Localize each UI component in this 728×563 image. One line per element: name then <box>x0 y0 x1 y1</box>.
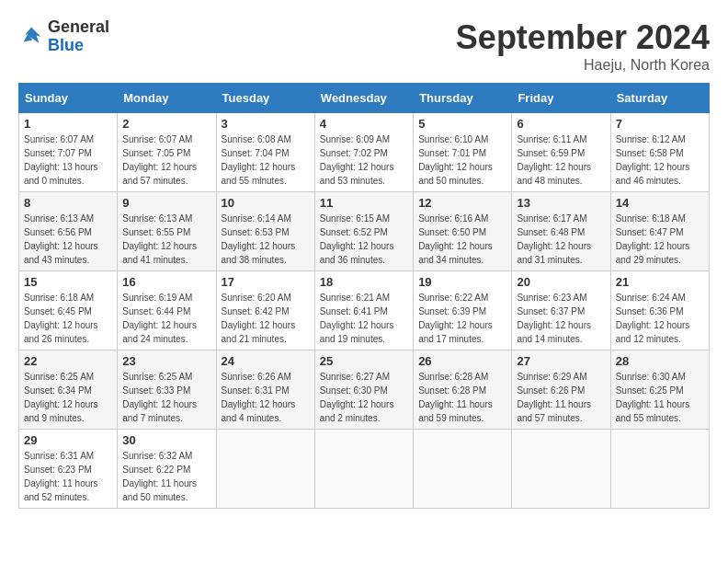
calendar-cell <box>610 430 709 509</box>
calendar-subtitle: Haeju, North Korea <box>456 57 710 74</box>
day-info: Sunrise: 6:16 AMSunset: 6:50 PMDaylight:… <box>418 212 506 267</box>
calendar-cell <box>414 430 512 509</box>
day-info: Sunrise: 6:17 AMSunset: 6:48 PMDaylight:… <box>517 212 605 267</box>
header-sunday: Sunday <box>19 84 118 113</box>
day-number: 15 <box>24 275 112 289</box>
day-number: 14 <box>616 196 704 210</box>
day-info: Sunrise: 6:32 AMSunset: 6:22 PMDaylight:… <box>122 449 210 504</box>
calendar-cell: 10Sunrise: 6:14 AMSunset: 6:53 PMDayligh… <box>216 192 314 271</box>
calendar-cell: 19Sunrise: 6:22 AMSunset: 6:39 PMDayligh… <box>414 271 512 350</box>
calendar-week-row: 1Sunrise: 6:07 AMSunset: 7:07 PMDaylight… <box>19 113 710 192</box>
calendar-header-row: Sunday Monday Tuesday Wednesday Thursday… <box>19 84 710 113</box>
calendar-cell <box>512 430 610 509</box>
day-number: 13 <box>517 196 605 210</box>
day-number: 26 <box>418 354 506 368</box>
day-number: 30 <box>122 433 210 447</box>
calendar-cell: 8Sunrise: 6:13 AMSunset: 6:56 PMDaylight… <box>19 192 118 271</box>
calendar-week-row: 15Sunrise: 6:18 AMSunset: 6:45 PMDayligh… <box>19 271 710 350</box>
day-number: 8 <box>24 196 112 210</box>
calendar-cell: 14Sunrise: 6:18 AMSunset: 6:47 PMDayligh… <box>610 192 709 271</box>
calendar-cell: 22Sunrise: 6:25 AMSunset: 6:34 PMDayligh… <box>19 350 118 430</box>
calendar-cell: 20Sunrise: 6:23 AMSunset: 6:37 PMDayligh… <box>512 271 610 350</box>
day-info: Sunrise: 6:09 AMSunset: 7:02 PMDaylight:… <box>320 132 408 188</box>
calendar-cell: 29Sunrise: 6:31 AMSunset: 6:23 PMDayligh… <box>19 430 118 509</box>
calendar-cell: 6Sunrise: 6:11 AMSunset: 6:59 PMDaylight… <box>512 113 610 192</box>
day-number: 29 <box>24 433 112 447</box>
calendar-title: September 2024 <box>456 18 710 57</box>
day-info: Sunrise: 6:26 AMSunset: 6:31 PMDaylight:… <box>222 370 310 425</box>
day-info: Sunrise: 6:08 AMSunset: 7:04 PMDaylight:… <box>222 132 310 188</box>
day-info: Sunrise: 6:14 AMSunset: 6:53 PMDaylight:… <box>222 212 310 267</box>
day-number: 10 <box>222 196 310 210</box>
day-number: 9 <box>122 196 210 210</box>
calendar-cell: 28Sunrise: 6:30 AMSunset: 6:25 PMDayligh… <box>610 350 709 430</box>
calendar-cell: 30Sunrise: 6:32 AMSunset: 6:22 PMDayligh… <box>118 430 216 509</box>
day-info: Sunrise: 6:31 AMSunset: 6:23 PMDaylight:… <box>24 449 112 504</box>
day-info: Sunrise: 6:07 AMSunset: 7:07 PMDaylight:… <box>24 132 112 188</box>
calendar-cell: 24Sunrise: 6:26 AMSunset: 6:31 PMDayligh… <box>216 350 314 430</box>
day-info: Sunrise: 6:24 AMSunset: 6:36 PMDaylight:… <box>616 291 704 346</box>
header-tuesday: Tuesday <box>216 84 314 113</box>
day-info: Sunrise: 6:23 AMSunset: 6:37 PMDaylight:… <box>517 291 605 346</box>
day-info: Sunrise: 6:27 AMSunset: 6:30 PMDaylight:… <box>320 370 408 425</box>
title-section: September 2024 Haeju, North Korea <box>456 18 710 74</box>
page-header: GeneralBlue September 2024 Haeju, North … <box>18 18 710 74</box>
day-info: Sunrise: 6:18 AMSunset: 6:47 PMDaylight:… <box>616 212 704 267</box>
day-number: 19 <box>418 275 506 289</box>
day-number: 16 <box>122 275 210 289</box>
day-number: 25 <box>320 354 408 368</box>
calendar-cell: 12Sunrise: 6:16 AMSunset: 6:50 PMDayligh… <box>414 192 512 271</box>
day-info: Sunrise: 6:22 AMSunset: 6:39 PMDaylight:… <box>418 291 506 346</box>
day-number: 28 <box>616 354 704 368</box>
svg-marker-0 <box>24 27 41 43</box>
header-monday: Monday <box>118 84 216 113</box>
day-info: Sunrise: 6:12 AMSunset: 6:58 PMDaylight:… <box>616 132 704 188</box>
calendar-cell: 16Sunrise: 6:19 AMSunset: 6:44 PMDayligh… <box>118 271 216 350</box>
day-number: 5 <box>418 117 506 131</box>
day-info: Sunrise: 6:19 AMSunset: 6:44 PMDaylight:… <box>122 291 210 346</box>
header-thursday: Thursday <box>414 84 512 113</box>
day-info: Sunrise: 6:13 AMSunset: 6:56 PMDaylight:… <box>24 212 112 267</box>
day-number: 2 <box>122 117 210 131</box>
day-info: Sunrise: 6:07 AMSunset: 7:05 PMDaylight:… <box>122 132 210 188</box>
calendar-cell: 11Sunrise: 6:15 AMSunset: 6:52 PMDayligh… <box>314 192 413 271</box>
day-number: 23 <box>122 354 210 368</box>
calendar-cell: 27Sunrise: 6:29 AMSunset: 6:26 PMDayligh… <box>512 350 610 430</box>
calendar-cell: 3Sunrise: 6:08 AMSunset: 7:04 PMDaylight… <box>216 113 314 192</box>
calendar-cell: 17Sunrise: 6:20 AMSunset: 6:42 PMDayligh… <box>216 271 314 350</box>
day-info: Sunrise: 6:29 AMSunset: 6:26 PMDaylight:… <box>517 370 605 425</box>
day-number: 17 <box>222 275 310 289</box>
calendar-table: Sunday Monday Tuesday Wednesday Thursday… <box>18 83 710 509</box>
day-info: Sunrise: 6:21 AMSunset: 6:41 PMDaylight:… <box>320 291 408 346</box>
day-info: Sunrise: 6:13 AMSunset: 6:55 PMDaylight:… <box>122 212 210 267</box>
day-info: Sunrise: 6:18 AMSunset: 6:45 PMDaylight:… <box>24 291 112 346</box>
day-number: 11 <box>320 196 408 210</box>
day-info: Sunrise: 6:30 AMSunset: 6:25 PMDaylight:… <box>616 370 704 425</box>
day-number: 6 <box>517 117 605 131</box>
calendar-cell: 9Sunrise: 6:13 AMSunset: 6:55 PMDaylight… <box>118 192 216 271</box>
calendar-cell: 5Sunrise: 6:10 AMSunset: 7:01 PMDaylight… <box>414 113 512 192</box>
day-info: Sunrise: 6:25 AMSunset: 6:33 PMDaylight:… <box>122 370 210 425</box>
day-number: 18 <box>320 275 408 289</box>
calendar-week-row: 8Sunrise: 6:13 AMSunset: 6:56 PMDaylight… <box>19 192 710 271</box>
day-info: Sunrise: 6:10 AMSunset: 7:01 PMDaylight:… <box>418 132 506 188</box>
day-number: 24 <box>222 354 310 368</box>
day-info: Sunrise: 6:15 AMSunset: 6:52 PMDaylight:… <box>320 212 408 267</box>
day-number: 21 <box>616 275 704 289</box>
calendar-cell: 21Sunrise: 6:24 AMSunset: 6:36 PMDayligh… <box>610 271 709 350</box>
calendar-cell: 23Sunrise: 6:25 AMSunset: 6:33 PMDayligh… <box>118 350 216 430</box>
day-number: 12 <box>418 196 506 210</box>
day-number: 22 <box>24 354 112 368</box>
calendar-cell: 1Sunrise: 6:07 AMSunset: 7:07 PMDaylight… <box>19 113 118 192</box>
day-info: Sunrise: 6:25 AMSunset: 6:34 PMDaylight:… <box>24 370 112 425</box>
header-friday: Friday <box>512 84 610 113</box>
calendar-cell: 26Sunrise: 6:28 AMSunset: 6:28 PMDayligh… <box>414 350 512 430</box>
calendar-cell: 2Sunrise: 6:07 AMSunset: 7:05 PMDaylight… <box>118 113 216 192</box>
calendar-cell <box>216 430 314 509</box>
calendar-cell: 25Sunrise: 6:27 AMSunset: 6:30 PMDayligh… <box>314 350 413 430</box>
calendar-cell <box>314 430 413 509</box>
day-number: 20 <box>517 275 605 289</box>
calendar-week-row: 22Sunrise: 6:25 AMSunset: 6:34 PMDayligh… <box>19 350 710 430</box>
day-number: 3 <box>222 117 310 131</box>
logo-text: GeneralBlue <box>48 18 109 55</box>
